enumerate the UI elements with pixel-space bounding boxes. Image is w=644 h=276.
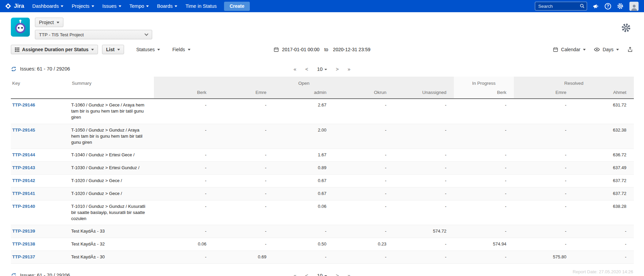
report-info: Report Date: 27.05.2020 14:26 Version: 4… [572, 269, 633, 276]
nav-item-label: Time in Status [185, 3, 217, 9]
report-type-dropdown[interactable]: Assignee Duration per Status [11, 45, 98, 54]
project-header: Project TTP - TIS Test Project [0, 12, 644, 41]
date-separator: to [324, 47, 328, 52]
units-label: Days [603, 47, 613, 52]
date-to: 2020-12-31 23:59 [333, 47, 370, 52]
issue-summary: T-1030 / Gunduz > Ertesi Gunduz / [71, 162, 154, 175]
chevron-down-icon [144, 32, 148, 36]
create-button[interactable]: Create [224, 2, 250, 11]
issue-row: TTP-29146T-1060 / Gunduz > Gece / Araya … [11, 99, 634, 124]
fields-dropdown[interactable]: Fields [172, 47, 190, 52]
duration-value-cell: 0.50 [274, 238, 334, 251]
assignee-column-header[interactable]: Berk [454, 88, 514, 99]
duration-value-cell: - [454, 124, 514, 149]
refresh-icon[interactable] [11, 273, 17, 276]
calendar-icon [274, 47, 279, 52]
top-navbar: Jira DashboardsProjectsIssuesTempoBoards… [0, 0, 644, 12]
page-size-value: 10 [317, 66, 323, 72]
issue-key-link[interactable]: TTP-29140 [12, 204, 35, 209]
duration-value-cell: - [274, 251, 334, 264]
issue-key-link[interactable]: TTP-29146 [12, 102, 35, 107]
issue-summary: Test KaydÄ± - 30 [71, 251, 154, 264]
assignee-column-header[interactable]: Unassigned [394, 88, 454, 99]
column-header-key[interactable]: Key [11, 77, 71, 99]
grid-icon [15, 47, 19, 52]
page-prev-button[interactable]: < [301, 66, 313, 72]
settings-icon[interactable] [617, 3, 624, 9]
page-first-button[interactable]: « [289, 273, 301, 276]
user-avatar[interactable] [629, 2, 639, 11]
duration-value-cell: - [394, 124, 454, 149]
duration-value-cell: - [454, 225, 514, 238]
assignee-column-header[interactable]: Okrun [334, 88, 394, 99]
nav-item-dashboards[interactable]: Dashboards [28, 0, 67, 12]
nav-item-boards[interactable]: Boards [153, 0, 181, 12]
chevron-down-icon [57, 22, 59, 23]
issues-row-bottom: Issues: 61 - 70 / 29206 « < 10 > » Repor… [0, 264, 644, 276]
nav-item-projects[interactable]: Projects [67, 0, 98, 12]
status-group-header: Resolved [514, 77, 634, 88]
issue-key-link[interactable]: TTP-29138 [12, 241, 35, 247]
date-range-picker[interactable]: 2017-01-01 00:00 to 2020-12-31 23:59 [274, 47, 370, 52]
duration-value-cell: 0.06 [274, 200, 334, 225]
duration-value-cell: 2.00 [274, 124, 334, 149]
assignee-column-header[interactable]: Ahmet [574, 88, 634, 99]
assignee-column-header[interactable]: Berk [154, 88, 214, 99]
chevron-down-icon [175, 5, 177, 7]
duration-value-cell: - [154, 225, 214, 238]
duration-value-cell: - [394, 162, 454, 175]
assignee-column-header[interactable]: admin [274, 88, 334, 99]
page-prev-button[interactable]: < [301, 273, 313, 276]
help-icon[interactable]: ? [605, 3, 611, 9]
duration-value-cell: - [214, 149, 274, 162]
export-icon[interactable] [627, 46, 633, 53]
statuses-dropdown[interactable]: Statuses [136, 47, 160, 52]
issue-key-link[interactable]: TTP-29139 [12, 229, 35, 234]
column-header-summary[interactable]: Summary [71, 77, 154, 99]
jira-logo[interactable]: Jira [5, 3, 24, 9]
page-first-button[interactable]: « [289, 66, 301, 72]
page-next-button[interactable]: > [331, 273, 343, 276]
assignee-column-header[interactable]: Emre [514, 88, 574, 99]
calendar-type-dropdown[interactable]: Calendar [553, 47, 586, 52]
eye-icon [594, 46, 600, 53]
duration-value-cell: - [394, 238, 454, 251]
nav-item-tempo[interactable]: Tempo [125, 0, 153, 12]
issue-key-link[interactable]: TTP-29141 [12, 191, 35, 196]
report-settings-gear-icon[interactable] [621, 23, 631, 34]
duration-value-cell: - [334, 225, 394, 238]
search-icon[interactable] [579, 3, 585, 11]
page-last-button[interactable]: » [343, 273, 355, 276]
issue-key-link[interactable]: TTP-29143 [12, 165, 35, 170]
project-select[interactable]: TTP - TIS Test Project [35, 30, 152, 39]
chevron-down-icon [91, 49, 94, 51]
issue-key-link[interactable]: TTP-29137 [12, 254, 35, 259]
nav-item-time-in-status[interactable]: Time in Status [181, 0, 221, 12]
duration-value-cell: - [514, 99, 574, 124]
units-dropdown[interactable]: Days [594, 46, 619, 53]
issue-summary: Test KaydÄ± - 32 [71, 238, 154, 251]
chevron-down-icon [616, 49, 619, 51]
page-last-button[interactable]: » [343, 66, 355, 72]
issue-key-cell: TTP-29144 [11, 149, 71, 162]
duration-value-cell: - [394, 187, 454, 200]
issue-summary: T-1020 / Gunduz > Gece / [71, 174, 154, 187]
page-size-dropdown[interactable]: 10 [313, 273, 331, 276]
chevron-down-icon [119, 5, 121, 7]
duration-value-cell: 636.72 [574, 149, 634, 162]
duration-value-cell: - [394, 99, 454, 124]
issue-key-link[interactable]: TTP-29144 [12, 152, 35, 157]
issue-key-link[interactable]: TTP-29145 [12, 127, 35, 133]
refresh-icon[interactable] [11, 66, 17, 72]
page-next-button[interactable]: > [331, 66, 343, 72]
page-size-dropdown[interactable]: 10 [313, 66, 331, 72]
nav-menu: DashboardsProjectsIssuesTempoBoardsTime … [28, 0, 221, 12]
issue-key-link[interactable]: TTP-29142 [12, 178, 35, 183]
view-type-dropdown[interactable]: List [102, 45, 124, 54]
scope-dropdown[interactable]: Project [35, 18, 63, 27]
chevron-down-icon [188, 49, 190, 51]
nav-item-issues[interactable]: Issues [98, 0, 125, 12]
search-box [535, 2, 587, 11]
announcement-icon[interactable] [592, 3, 599, 9]
assignee-column-header[interactable]: Emre [214, 88, 274, 99]
